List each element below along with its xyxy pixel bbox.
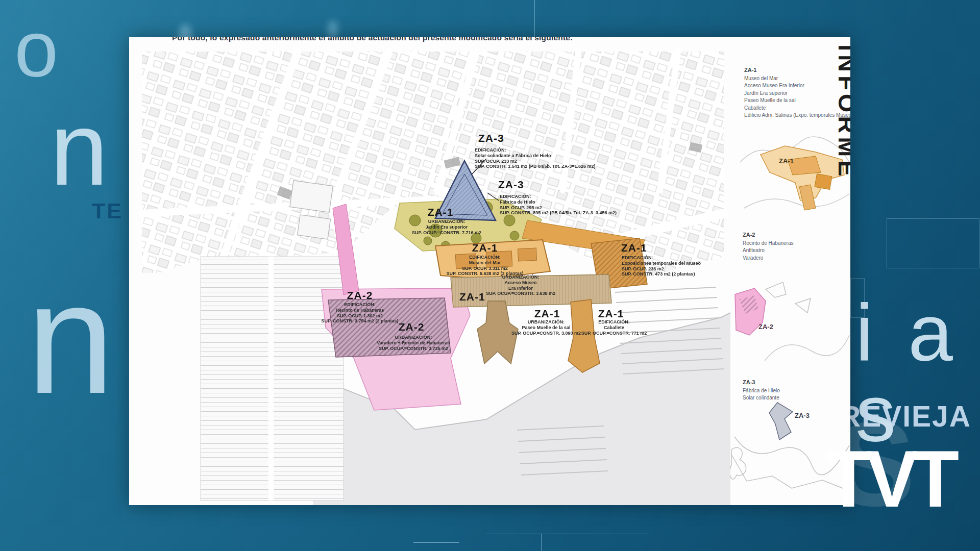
informe-heading: INFORME: [833, 44, 850, 180]
zone-details-za1-museo: EDIFICACIÓN:Museo del MarSUP. OCUP. 3.31…: [447, 255, 524, 277]
zone-details-za2-varadero: URBANIZACIÓN:Varadero + Recinto de Haban…: [377, 335, 450, 351]
zone-label-za1-museo: ZA-1: [472, 242, 498, 254]
bg-letter-o: o: [14, 9, 58, 88]
zone-label-za1-paseo: ZA-1: [534, 308, 560, 320]
deco-line: [541, 534, 542, 551]
zone-details-za1-expo: EDIFICACIÓN:Exposiciones temporales del …: [622, 255, 701, 277]
svg-text:ZA-1: ZA-1: [779, 157, 794, 165]
zone-details-za3-solar: EDIFICACIÓN:Solar colindante a Fábrica d…: [475, 147, 596, 169]
deco-line: [413, 542, 459, 543]
legend-za-3: ZA-3Fábrica de HieloSolar colindante: [743, 379, 780, 402]
legend-za-2: ZA-2Recinto de HabanerasAnfiteatroVarade…: [743, 231, 794, 262]
minimap-za2: ZA-2: [734, 273, 850, 371]
deco-line: [534, 0, 535, 37]
zone-details-za2-recinto: EDIFICACIÓN:Recinto de HabanerasSUP. OCU…: [322, 302, 399, 324]
zone-label-za1-caballete: ZA-1: [598, 308, 624, 320]
zone-label-za2-recinto: ZA-2: [347, 289, 373, 302]
zone-label-za2-varadero: ZA-2: [399, 321, 425, 333]
zone-details-za1-jardin: URBANIZACIÓN:Jardín Era superiorSUP. OCU…: [412, 219, 481, 235]
bg-fragment-te: TE: [92, 200, 123, 222]
tvt-logo: TVT: [825, 438, 953, 519]
glow-dot: [328, 20, 338, 39]
zone-label-za3-solar: ZA-3: [478, 132, 504, 144]
bg-letter-n-lower: n: [27, 259, 114, 417]
deco-line: [486, 534, 649, 534]
broadcast-frame: o n TE n i a s REVIEJA S Por todo, lo ex…: [0, 0, 980, 551]
deco-rect: [887, 218, 979, 268]
bg-letter-n-upper: n: [50, 96, 108, 201]
zone-details-za1-paseo: URBANIZACIÓN:Paseo Muelle de la salSUP. …: [511, 319, 581, 336]
svg-text:ZA-3: ZA-3: [795, 412, 810, 419]
zone-label-za1-expo: ZA-1: [621, 242, 647, 254]
zone-details-za1-caballete: EDIFICACIÓN:CaballeteSUP. OCUP.=CONSTR. …: [581, 319, 647, 336]
zone-details-za1-acceso: URBANIZACIÓN:Acceso MuseoEra InferiorSUP…: [486, 274, 555, 296]
zone-details-za3-fabrica: EDIFICACIÓN:Fábrica de HieloSUP. OCUP. 2…: [500, 194, 617, 216]
zone-label-za1-jardin: ZA-1: [428, 206, 454, 218]
svg-text:ZA-2: ZA-2: [758, 323, 773, 331]
zone-label-za1-acceso: ZA-1: [459, 291, 485, 303]
document: Por todo, lo expresado anteriormente el …: [129, 37, 850, 505]
zone-label-za3-fabrica: ZA-3: [498, 179, 524, 191]
deco-rect: [850, 278, 865, 318]
